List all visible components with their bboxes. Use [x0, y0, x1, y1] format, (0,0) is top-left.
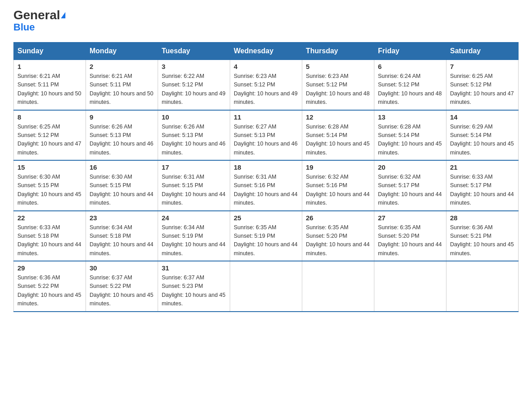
day-number: 14 — [450, 113, 515, 121]
day-info: Sunrise: 6:35 AM Sunset: 5:20 PM Dayligh… — [306, 223, 370, 258]
day-number: 16 — [90, 163, 154, 171]
day-number: 27 — [378, 214, 442, 222]
day-number: 11 — [234, 113, 298, 121]
day-info: Sunrise: 6:31 AM Sunset: 5:15 PM Dayligh… — [162, 173, 226, 208]
calendar-cell: 23 Sunrise: 6:34 AM Sunset: 5:18 PM Dayl… — [86, 211, 158, 261]
day-info: Sunrise: 6:26 AM Sunset: 5:13 PM Dayligh… — [162, 123, 226, 158]
day-info: Sunrise: 6:33 AM Sunset: 5:17 PM Dayligh… — [450, 173, 515, 208]
calendar-cell: 9 Sunrise: 6:26 AM Sunset: 5:13 PM Dayli… — [86, 110, 158, 161]
calendar-cell: 26 Sunrise: 6:35 AM Sunset: 5:20 PM Dayl… — [302, 211, 374, 261]
day-info: Sunrise: 6:23 AM Sunset: 5:12 PM Dayligh… — [234, 72, 298, 107]
col-header-saturday: Saturday — [446, 43, 519, 60]
day-number: 10 — [162, 113, 226, 121]
calendar-cell: 5 Sunrise: 6:23 AM Sunset: 5:12 PM Dayli… — [302, 60, 374, 110]
day-info: Sunrise: 6:30 AM Sunset: 5:15 PM Dayligh… — [90, 173, 154, 208]
day-number: 18 — [234, 163, 298, 171]
day-number: 17 — [162, 163, 226, 171]
col-header-friday: Friday — [374, 43, 446, 60]
day-number: 31 — [162, 264, 226, 272]
logo-general: General — [13, 9, 60, 21]
calendar-cell: 8 Sunrise: 6:25 AM Sunset: 5:12 PM Dayli… — [14, 110, 86, 161]
calendar-cell: 15 Sunrise: 6:30 AM Sunset: 5:15 PM Dayl… — [14, 160, 86, 211]
day-number: 20 — [378, 163, 442, 171]
calendar-cell: 11 Sunrise: 6:27 AM Sunset: 5:13 PM Dayl… — [230, 110, 302, 161]
calendar-cell: 27 Sunrise: 6:35 AM Sunset: 5:20 PM Dayl… — [374, 211, 446, 261]
week-row-1: 1 Sunrise: 6:21 AM Sunset: 5:11 PM Dayli… — [14, 60, 519, 110]
day-number: 29 — [17, 264, 82, 272]
day-info: Sunrise: 6:35 AM Sunset: 5:20 PM Dayligh… — [378, 223, 442, 258]
calendar-header-row: SundayMondayTuesdayWednesdayThursdayFrid… — [14, 43, 519, 60]
calendar-cell: 20 Sunrise: 6:32 AM Sunset: 5:17 PM Dayl… — [374, 160, 446, 211]
day-number: 30 — [90, 264, 154, 272]
day-info: Sunrise: 6:28 AM Sunset: 5:14 PM Dayligh… — [378, 123, 442, 158]
calendar-cell: 21 Sunrise: 6:33 AM Sunset: 5:17 PM Dayl… — [446, 160, 519, 211]
day-number: 6 — [378, 63, 442, 70]
day-info: Sunrise: 6:36 AM Sunset: 5:22 PM Dayligh… — [17, 274, 82, 308]
col-header-monday: Monday — [86, 43, 158, 60]
calendar-cell: 13 Sunrise: 6:28 AM Sunset: 5:14 PM Dayl… — [374, 110, 446, 161]
day-info: Sunrise: 6:26 AM Sunset: 5:13 PM Dayligh… — [90, 123, 154, 158]
day-number: 26 — [306, 214, 370, 222]
day-number: 24 — [162, 214, 226, 222]
calendar-cell: 14 Sunrise: 6:29 AM Sunset: 5:14 PM Dayl… — [446, 110, 519, 161]
calendar-cell: 6 Sunrise: 6:24 AM Sunset: 5:12 PM Dayli… — [374, 60, 446, 110]
calendar-cell: 1 Sunrise: 6:21 AM Sunset: 5:11 PM Dayli… — [14, 60, 86, 110]
day-info: Sunrise: 6:23 AM Sunset: 5:12 PM Dayligh… — [306, 72, 370, 107]
day-number: 19 — [306, 163, 370, 171]
day-info: Sunrise: 6:25 AM Sunset: 5:12 PM Dayligh… — [17, 123, 82, 158]
day-info: Sunrise: 6:37 AM Sunset: 5:22 PM Dayligh… — [90, 274, 154, 308]
day-number: 2 — [90, 63, 154, 70]
col-header-tuesday: Tuesday — [158, 43, 230, 60]
day-info: Sunrise: 6:32 AM Sunset: 5:17 PM Dayligh… — [378, 173, 442, 208]
calendar-cell: 4 Sunrise: 6:23 AM Sunset: 5:12 PM Dayli… — [230, 60, 302, 110]
day-number: 22 — [17, 214, 82, 222]
calendar-cell: 16 Sunrise: 6:30 AM Sunset: 5:15 PM Dayl… — [86, 160, 158, 211]
calendar-cell — [302, 261, 374, 312]
calendar-table: SundayMondayTuesdayWednesdayThursdayFrid… — [13, 42, 519, 312]
col-header-wednesday: Wednesday — [230, 43, 302, 60]
week-row-2: 8 Sunrise: 6:25 AM Sunset: 5:12 PM Dayli… — [14, 110, 519, 161]
logo-triangle-icon — [61, 12, 65, 18]
day-info: Sunrise: 6:29 AM Sunset: 5:14 PM Dayligh… — [450, 123, 515, 158]
calendar-cell: 7 Sunrise: 6:25 AM Sunset: 5:12 PM Dayli… — [446, 60, 519, 110]
day-number: 13 — [378, 113, 442, 121]
calendar-cell: 24 Sunrise: 6:34 AM Sunset: 5:19 PM Dayl… — [158, 211, 230, 261]
week-row-5: 29 Sunrise: 6:36 AM Sunset: 5:22 PM Dayl… — [14, 261, 519, 312]
col-header-sunday: Sunday — [14, 43, 86, 60]
day-number: 5 — [306, 63, 370, 70]
page-header: General Blue — [13, 9, 519, 33]
day-number: 7 — [450, 63, 515, 70]
calendar-cell: 2 Sunrise: 6:21 AM Sunset: 5:11 PM Dayli… — [86, 60, 158, 110]
day-info: Sunrise: 6:34 AM Sunset: 5:18 PM Dayligh… — [90, 223, 154, 258]
calendar-cell: 25 Sunrise: 6:35 AM Sunset: 5:19 PM Dayl… — [230, 211, 302, 261]
calendar-cell: 18 Sunrise: 6:31 AM Sunset: 5:16 PM Dayl… — [230, 160, 302, 211]
calendar-cell: 10 Sunrise: 6:26 AM Sunset: 5:13 PM Dayl… — [158, 110, 230, 161]
day-info: Sunrise: 6:33 AM Sunset: 5:18 PM Dayligh… — [17, 223, 82, 258]
day-info: Sunrise: 6:27 AM Sunset: 5:13 PM Dayligh… — [234, 123, 298, 158]
calendar-cell: 3 Sunrise: 6:22 AM Sunset: 5:12 PM Dayli… — [158, 60, 230, 110]
calendar-cell: 31 Sunrise: 6:37 AM Sunset: 5:23 PM Dayl… — [158, 261, 230, 312]
day-info: Sunrise: 6:34 AM Sunset: 5:19 PM Dayligh… — [162, 223, 226, 258]
logo-blue: Blue — [13, 21, 35, 33]
day-number: 21 — [450, 163, 515, 171]
day-number: 1 — [17, 63, 82, 70]
day-info: Sunrise: 6:37 AM Sunset: 5:23 PM Dayligh… — [162, 274, 226, 308]
calendar-cell — [230, 261, 302, 312]
week-row-4: 22 Sunrise: 6:33 AM Sunset: 5:18 PM Dayl… — [14, 211, 519, 261]
day-info: Sunrise: 6:32 AM Sunset: 5:16 PM Dayligh… — [306, 173, 370, 208]
day-info: Sunrise: 6:22 AM Sunset: 5:12 PM Dayligh… — [162, 72, 226, 107]
day-number: 25 — [234, 214, 298, 222]
day-number: 15 — [17, 163, 82, 171]
calendar-cell: 12 Sunrise: 6:28 AM Sunset: 5:14 PM Dayl… — [302, 110, 374, 161]
day-number: 9 — [90, 113, 154, 121]
day-info: Sunrise: 6:30 AM Sunset: 5:15 PM Dayligh… — [17, 173, 82, 208]
calendar-cell: 29 Sunrise: 6:36 AM Sunset: 5:22 PM Dayl… — [14, 261, 86, 312]
day-info: Sunrise: 6:28 AM Sunset: 5:14 PM Dayligh… — [306, 123, 370, 158]
day-number: 23 — [90, 214, 154, 222]
calendar-cell: 28 Sunrise: 6:36 AM Sunset: 5:21 PM Dayl… — [446, 211, 519, 261]
calendar-cell: 17 Sunrise: 6:31 AM Sunset: 5:15 PM Dayl… — [158, 160, 230, 211]
calendar-cell — [446, 261, 519, 312]
logo: General Blue — [13, 9, 65, 33]
day-info: Sunrise: 6:24 AM Sunset: 5:12 PM Dayligh… — [378, 72, 442, 107]
day-number: 3 — [162, 63, 226, 70]
